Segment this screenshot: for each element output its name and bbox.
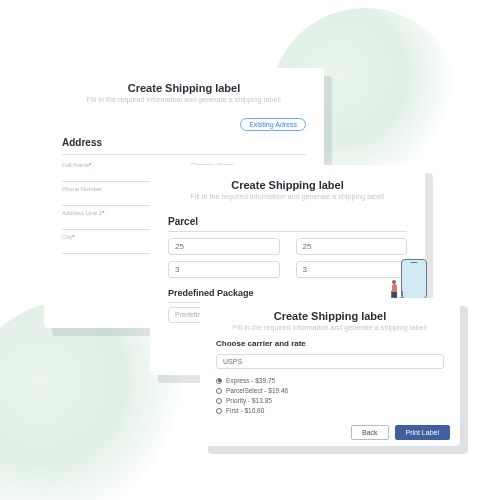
rate-label: Express - $39.75 xyxy=(226,377,275,384)
radio-icon xyxy=(216,408,222,414)
card-title: Create Shipping label xyxy=(168,179,407,191)
parcel-dim-a[interactable]: 25 xyxy=(168,238,280,255)
phone-icon xyxy=(401,259,427,299)
rate-option[interactable]: First - $10.80 xyxy=(216,407,444,414)
card-subtitle: Fill in the required information and gen… xyxy=(216,324,444,331)
rate-option[interactable]: Express - $39.75 xyxy=(216,377,444,384)
parcel-dim-c[interactable]: 3 xyxy=(168,261,280,278)
field-label: Address Line 1* xyxy=(62,210,104,216)
illustration: 4 xyxy=(361,225,431,305)
card-subtitle: Fill in the required information and gen… xyxy=(62,96,306,103)
card-title: Create Shipping label xyxy=(216,310,444,322)
card-subtitle: Fill in the required information and gen… xyxy=(168,193,407,200)
carrier-select[interactable]: USPS xyxy=(216,354,444,369)
section-header-carrier: Choose carrier and rate xyxy=(216,339,444,348)
card-carrier: Create Shipping label Fill in the requir… xyxy=(200,298,460,446)
field-label: Full Name* xyxy=(62,162,92,168)
radio-icon xyxy=(216,398,222,404)
rate-radio-group: Express - $39.75 ParcelSelect - $19.46 P… xyxy=(216,377,444,414)
rate-label: ParcelSelect - $19.46 xyxy=(226,387,288,394)
card-title: Create Shipping label xyxy=(62,82,306,94)
back-button[interactable]: Back xyxy=(351,425,389,440)
field-label: Phone Number xyxy=(62,186,102,192)
radio-icon xyxy=(216,388,222,394)
rate-label: Priority - $13.85 xyxy=(226,397,272,404)
field-label: City* xyxy=(62,234,75,240)
rate-label: First - $10.80 xyxy=(226,407,264,414)
rate-option[interactable]: Priority - $13.85 xyxy=(216,397,444,404)
existing-address-button[interactable]: Existing Adress xyxy=(240,118,306,131)
section-header-address: Address xyxy=(62,137,102,148)
radio-icon xyxy=(216,378,222,384)
divider xyxy=(62,154,306,155)
print-label-button[interactable]: Print Label xyxy=(395,425,450,440)
rate-option[interactable]: ParcelSelect - $19.46 xyxy=(216,387,444,394)
